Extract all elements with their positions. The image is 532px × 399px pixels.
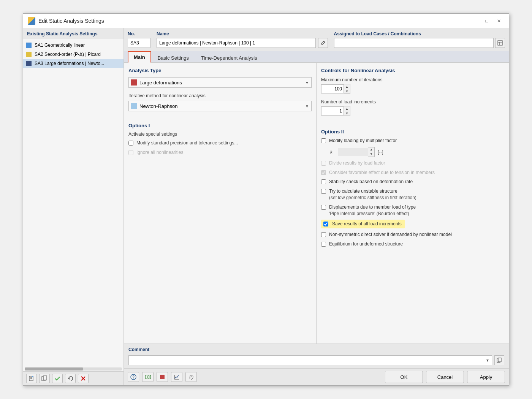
svg-rect-5: [43, 376, 47, 380]
k-input[interactable]: [338, 148, 368, 156]
svg-text:f(): f(): [189, 374, 193, 380]
iterative-method-label: Iterative method for nonlinear analysis: [128, 93, 312, 98]
check-button[interactable]: [52, 374, 63, 383]
comment-arrow: ▼: [486, 358, 489, 363]
favorable-label: Consider favorable effect due to tension…: [329, 169, 435, 176]
divide-results-label: Divide results by load factor: [329, 160, 385, 166]
maximize-button[interactable]: □: [481, 17, 492, 25]
name-label: Name: [157, 31, 328, 36]
col-left: Analysis Type Large deformations ▼ Itera…: [124, 63, 317, 344]
displacements-checkbox[interactable]: [321, 205, 326, 210]
comment-section: Comment ▼: [124, 344, 509, 368]
main-content: Existing Static Analysis Settings SA1 Ge…: [23, 28, 509, 385]
stability-checkbox[interactable]: [321, 179, 326, 184]
k-down[interactable]: ▼: [368, 152, 374, 157]
apply-button[interactable]: Apply: [467, 371, 505, 383]
svg-rect-14: [498, 358, 501, 362]
save-results-checkbox[interactable]: [323, 222, 328, 226]
nonlinear-checkbox-row: Ignore all nonlinearities: [128, 149, 312, 156]
modify-loading-checkbox[interactable]: [321, 138, 326, 143]
comment-input-area: ▼: [128, 355, 504, 365]
max-iter-label: Maximum number of iterations: [321, 77, 504, 82]
displacements-label: Displacements due to member load of type…: [329, 204, 416, 217]
num-increments-input[interactable]: [321, 106, 344, 116]
num-increments-spinbox-btns: ▲ ▼: [344, 106, 350, 116]
close-button[interactable]: ✕: [494, 17, 504, 25]
iterative-method-color: [131, 103, 137, 109]
k-up[interactable]: ▲: [368, 147, 374, 152]
assigned-input[interactable]: [334, 38, 494, 48]
k-row: k ▲ ▼ [--]: [330, 147, 504, 157]
sa2-color: [26, 52, 32, 57]
nonlinear-checkbox[interactable]: [128, 150, 133, 155]
bottom-toolbar: ? 0.00 f() OK: [124, 368, 509, 385]
main-window: Edit Static Analysis Settings ─ □ ✕ Exis…: [23, 13, 509, 386]
sidebar-scrollbar[interactable]: [25, 367, 122, 370]
num-increments-down[interactable]: ▼: [344, 111, 350, 116]
non-symmetric-checkbox[interactable]: [321, 232, 326, 237]
tab-time[interactable]: Time-Dependent Analysis: [195, 52, 263, 63]
sidebar-item-sa1[interactable]: SA1 Geometrically linear: [23, 41, 124, 50]
precision-checkbox-row: Modify standard precision and tolerance …: [128, 140, 312, 146]
stability-label: Stability check based on deformation rat…: [329, 179, 413, 185]
unstable-label: Try to calculate unstable structure(set …: [329, 188, 416, 201]
comment-label: Comment: [128, 347, 504, 352]
assigned-edit-button[interactable]: [495, 38, 505, 48]
k-unit: [--]: [378, 149, 383, 155]
sidebar-list: SA1 Geometrically linear SA2 Second-orde…: [23, 39, 124, 367]
assigned-label: Assigned to Load Cases / Combinations: [334, 31, 505, 36]
divide-results-checkbox[interactable]: [321, 161, 326, 166]
save-results-row: Save results of all load increments: [321, 220, 405, 228]
divide-results-row: Divide results by load factor: [321, 160, 504, 166]
tab-main[interactable]: Main: [128, 51, 151, 63]
save-results-label: Save results of all load increments: [331, 221, 402, 227]
iterative-method-select[interactable]: Newton-Raphson ▼: [128, 101, 312, 111]
undo-button[interactable]: [65, 374, 76, 383]
help-button[interactable]: ?: [128, 372, 139, 382]
tab-basic[interactable]: Basic Settings: [152, 52, 195, 63]
zero-value-button[interactable]: 0.00: [142, 372, 154, 382]
unstable-checkbox[interactable]: [321, 189, 326, 194]
sa1-color: [26, 43, 32, 48]
svg-text:0.00: 0.00: [145, 375, 151, 379]
k-label: k: [330, 149, 335, 155]
favorable-checkbox[interactable]: [321, 170, 326, 175]
function-button[interactable]: f(): [185, 372, 197, 382]
sidebar-item-label-sa3: SA3 Large deformations | Newto...: [35, 61, 104, 66]
name-input[interactable]: [157, 38, 316, 48]
delete-button[interactable]: [78, 374, 89, 383]
ok-button[interactable]: OK: [385, 371, 423, 383]
sidebar-item-sa3[interactable]: SA3 Large deformations | Newto...: [23, 59, 124, 68]
new-item-button[interactable]: [26, 374, 37, 383]
max-iter-up[interactable]: ▲: [344, 84, 350, 89]
max-iter-spinbox-btns: ▲ ▼: [344, 84, 350, 94]
bottom-left-icons: ? 0.00 f(): [128, 372, 197, 382]
red-square-button[interactable]: [157, 372, 168, 382]
assigned-row: [334, 38, 505, 48]
equilibrium-checkbox[interactable]: [321, 242, 326, 247]
max-iter-down[interactable]: ▼: [344, 89, 350, 93]
analysis-type-dropdown-row: Large deformations ▼: [128, 77, 312, 88]
k-input-group: ▲ ▼: [338, 147, 375, 157]
controls-title: Controls for Nonlinear Analysis: [321, 68, 504, 73]
modify-loading-label: Modify loading by multiplier factor: [329, 138, 397, 144]
max-iter-input[interactable]: [321, 84, 344, 93]
duplicate-item-button[interactable]: [39, 374, 50, 383]
title-bar-left: Edit Static Analysis Settings: [28, 17, 104, 25]
comment-copy-button[interactable]: [494, 355, 504, 365]
no-input[interactable]: [128, 38, 150, 48]
precision-checkbox[interactable]: [128, 141, 133, 146]
cancel-button[interactable]: Cancel: [426, 371, 464, 383]
options-i-title: Options I: [128, 123, 312, 128]
iterative-method-arrow: ▼: [305, 104, 309, 108]
minimize-button[interactable]: ─: [469, 17, 480, 25]
sidebar-footer: [23, 371, 124, 385]
tabs-bar: Main Basic Settings Time-Dependent Analy…: [124, 51, 509, 63]
sidebar-item-sa2[interactable]: SA2 Second-order (P-Δ) | Picard: [23, 50, 124, 59]
assigned-field-group: Assigned to Load Cases / Combinations: [334, 31, 505, 48]
chart-button[interactable]: [171, 372, 182, 382]
num-increments-up[interactable]: ▲: [344, 106, 350, 111]
sa3-color: [26, 61, 32, 66]
analysis-type-select[interactable]: Large deformations ▼: [128, 77, 312, 88]
edit-name-button[interactable]: [318, 38, 328, 48]
